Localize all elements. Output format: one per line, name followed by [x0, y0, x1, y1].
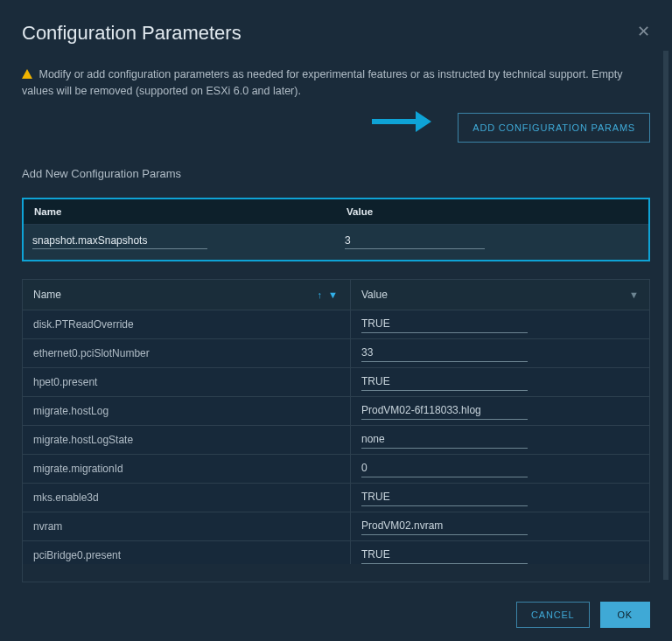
warning-icon	[22, 69, 32, 79]
new-param-value-header: Value	[336, 199, 648, 224]
grid-header-name[interactable]: Name ↑ ▼	[23, 280, 351, 310]
new-param-name-input[interactable]	[32, 233, 207, 249]
table-row: disk.PTReadOverride	[23, 310, 649, 339]
new-param-row	[24, 225, 648, 260]
grid-body[interactable]: disk.PTReadOverrideethernet0.pciSlotNumb…	[23, 310, 649, 564]
grid-header-value[interactable]: Value ▼	[351, 280, 649, 310]
param-name-cell: migrate.hostLog	[23, 397, 351, 425]
grid-header-name-label: Name	[33, 289, 61, 301]
param-value-input[interactable]	[361, 401, 528, 420]
param-value-cell	[351, 455, 649, 483]
config-params-dialog: Configuration Parameters ✕ Modify or add…	[0, 0, 672, 641]
param-value-input[interactable]	[361, 430, 528, 449]
param-value-cell	[351, 426, 649, 454]
new-param-box: Name Value	[22, 198, 650, 261]
param-value-input[interactable]	[361, 373, 528, 391]
param-value-input[interactable]	[361, 344, 528, 362]
arrow-head-icon	[416, 111, 431, 132]
sort-icon[interactable]: ↑ ▼	[318, 289, 340, 300]
param-value-cell	[351, 368, 649, 396]
param-value-cell	[351, 397, 649, 425]
ok-button[interactable]: OK	[600, 602, 651, 628]
new-param-header: Name Value	[24, 199, 648, 225]
param-value-input[interactable]	[361, 315, 528, 333]
param-name-cell: migrate.hostLogState	[23, 426, 351, 454]
table-row: migrate.hostLog	[23, 397, 649, 426]
filter-icon[interactable]: ▼	[629, 289, 639, 300]
table-row: migrate.migrationId	[23, 455, 649, 484]
param-value-cell	[351, 541, 649, 564]
param-value-input[interactable]	[361, 546, 528, 564]
arrow-annotation	[372, 111, 431, 132]
param-name-cell: migrate.migrationId	[23, 455, 351, 483]
param-value-cell	[351, 512, 649, 540]
close-icon[interactable]: ✕	[637, 22, 650, 41]
param-name-cell: hpet0.present	[23, 368, 351, 396]
grid-header: Name ↑ ▼ Value ▼	[23, 280, 649, 310]
param-value-input[interactable]	[361, 488, 528, 506]
add-new-params-label: Add New Configuration Params	[22, 167, 650, 180]
param-name-cell: nvram	[23, 512, 351, 540]
params-grid: Name ↑ ▼ Value ▼ disk.PTReadOverrideethe…	[22, 279, 650, 583]
param-value-cell	[351, 339, 649, 367]
param-value-input[interactable]	[361, 517, 528, 535]
add-button-row: ADD CONFIGURATION PARAMS	[22, 113, 650, 143]
param-name-cell: pciBridge0.present	[23, 541, 351, 564]
dialog-title: Configuration Parameters	[22, 22, 242, 45]
param-value-cell	[351, 484, 649, 512]
table-row: pciBridge0.present	[23, 541, 649, 564]
arrow-line	[372, 119, 416, 124]
param-name-cell: ethernet0.pciSlotNumber	[23, 339, 351, 367]
cancel-button[interactable]: CANCEL	[516, 602, 589, 628]
scrollbar[interactable]	[663, 51, 668, 580]
new-param-value-input[interactable]	[345, 233, 485, 249]
table-row: nvram	[23, 512, 649, 541]
new-param-name-header: Name	[24, 199, 336, 224]
param-name-cell: disk.PTReadOverride	[23, 310, 351, 338]
grid-header-value-label: Value	[361, 289, 388, 301]
dialog-header: Configuration Parameters ✕	[22, 22, 650, 45]
add-configuration-params-button[interactable]: ADD CONFIGURATION PARAMS	[458, 113, 650, 143]
table-row: ethernet0.pciSlotNumber	[23, 339, 649, 368]
param-value-input[interactable]	[361, 459, 528, 477]
table-row: migrate.hostLogState	[23, 426, 649, 455]
notice-message: Modify or add configuration parameters a…	[22, 68, 623, 97]
param-name-cell: mks.enable3d	[23, 484, 351, 512]
notice-text: Modify or add configuration parameters a…	[22, 66, 650, 113]
param-value-cell	[351, 310, 649, 338]
dialog-footer: CANCEL OK	[22, 582, 650, 628]
table-row: mks.enable3d	[23, 484, 649, 512]
table-row: hpet0.present	[23, 368, 649, 397]
